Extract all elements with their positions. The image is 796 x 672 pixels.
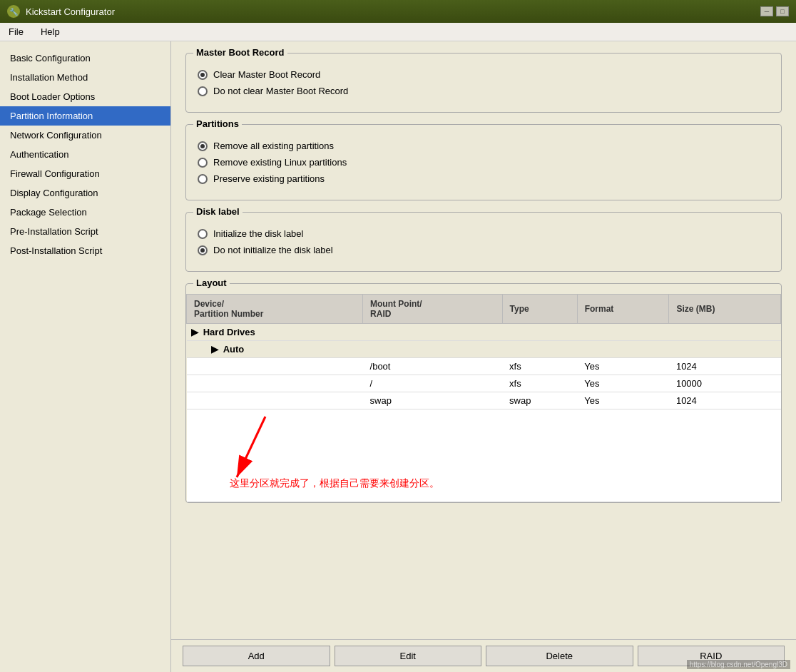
col-header-mount: Mount Point/ RAID <box>363 295 503 324</box>
sidebar-item-authentication[interactable]: Authentication <box>0 145 170 164</box>
col-header-format: Format <box>577 295 669 324</box>
cell-format-root: Yes <box>577 375 669 392</box>
layout-table: Device/ Partition Number Mount Point/ RA… <box>186 294 781 502</box>
disk-label-radio-initialize[interactable] <box>198 229 208 239</box>
group-hard-drives: ▶ Hard Drives <box>187 324 781 341</box>
table-row-swap: swap swap Yes 1024 <box>187 392 781 409</box>
sidebar-item-package-selection[interactable]: Package Selection <box>0 203 170 222</box>
layout-section: Layout Device/ Partition Number Mount Po… <box>185 283 782 503</box>
cell-format-swap: Yes <box>577 392 669 409</box>
annotation-cell: 这里分区就完成了，根据自己需要来创建分区。 <box>187 409 781 502</box>
partition-label-preserve: Preserve existing partitions <box>213 173 325 184</box>
disk-label-section: Disk label Initialize the disk label Do … <box>185 212 782 272</box>
sidebar-item-boot-loader[interactable]: Boot Loader Options <box>0 87 170 106</box>
maximize-button[interactable]: □ <box>776 6 789 16</box>
disk-label-title: Disk label <box>193 206 243 217</box>
window-controls: ─ □ <box>760 6 789 16</box>
sidebar-item-pre-install-script[interactable]: Pre-Installation Script <box>0 222 170 241</box>
cell-format-boot: Yes <box>577 358 669 375</box>
master-boot-record-title: Master Boot Record <box>193 47 287 58</box>
annotation-row: 这里分区就完成了，根据自己需要来创建分区。 <box>187 409 781 502</box>
content-area: Master Boot Record Clear Master Boot Rec… <box>171 41 796 639</box>
partition-label-remove-all: Remove all existing partitions <box>213 141 334 151</box>
partitions-section: Partitions Remove all existing partition… <box>185 124 782 200</box>
sidebar-item-network-config[interactable]: Network Configuration <box>0 126 170 145</box>
mbr-label-no-clear: Do not clear Master Boot Record <box>213 86 348 96</box>
cell-type-swap: swap <box>502 392 577 409</box>
col-header-type: Type <box>502 295 577 324</box>
layout-title: Layout <box>193 278 230 288</box>
sidebar-item-display-config[interactable]: Display Configuration <box>0 183 170 203</box>
cell-size-swap: 1024 <box>669 392 781 409</box>
sidebar-item-firewall-config[interactable]: Firewall Configuration <box>0 164 170 183</box>
main-window: Basic Configuration Installation Method … <box>0 41 796 672</box>
disk-label-radio-no-initialize[interactable] <box>198 245 208 255</box>
title-bar: 🔧 Kickstart Configurator ─ □ <box>0 0 796 23</box>
partition-radio-remove-linux[interactable] <box>198 158 208 168</box>
sidebar-item-basic-config[interactable]: Basic Configuration <box>0 49 170 68</box>
cell-type-boot: xfs <box>502 358 577 375</box>
cell-type-root: xfs <box>502 375 577 392</box>
partition-radio-preserve[interactable] <box>198 174 208 184</box>
edit-button[interactable]: Edit <box>335 646 482 666</box>
app-icon: 🔧 <box>7 5 20 18</box>
minimize-button[interactable]: ─ <box>760 6 773 16</box>
menu-help[interactable]: Help <box>38 25 63 39</box>
cell-size-boot: 1024 <box>669 358 781 375</box>
sidebar-item-partition-info[interactable]: Partition Information <box>0 106 170 126</box>
col-header-size: Size (MB) <box>669 295 781 324</box>
delete-button[interactable]: Delete <box>486 646 633 666</box>
cell-size-root: 10000 <box>669 375 781 392</box>
mbr-option-clear[interactable]: Clear Master Boot Record <box>198 69 770 80</box>
menu-file[interactable]: File <box>6 25 26 39</box>
master-boot-record-section: Master Boot Record Clear Master Boot Rec… <box>185 53 782 113</box>
disk-label-label-initialize: Initialize the disk label <box>213 228 303 239</box>
mbr-radio-no-clear[interactable] <box>198 86 208 96</box>
sidebar-item-post-install-script[interactable]: Post-Installation Script <box>0 241 170 260</box>
app-title: Kickstart Configurator <box>26 6 115 17</box>
annotation-text: 这里分区就完成了，根据自己需要来创建分区。 <box>230 477 439 490</box>
watermark: https://blog.csdn.net/Opengl3D <box>687 660 790 669</box>
cell-mount-boot: /boot <box>363 358 503 375</box>
cell-device-boot <box>187 358 363 375</box>
subgroup-auto-label: ▶ Auto <box>187 341 781 358</box>
cell-mount-swap: swap <box>363 392 503 409</box>
sidebar: Basic Configuration Installation Method … <box>0 41 171 672</box>
sidebar-item-installation-method[interactable]: Installation Method <box>0 68 170 87</box>
partitions-title: Partitions <box>193 118 242 129</box>
table-row-boot: /boot xfs Yes 1024 <box>187 358 781 375</box>
mbr-label-clear: Clear Master Boot Record <box>213 69 320 80</box>
mbr-radio-clear[interactable] <box>198 70 208 80</box>
group-hard-drives-label: ▶ Hard Drives <box>187 324 781 341</box>
title-bar-left: 🔧 Kickstart Configurator <box>7 5 115 18</box>
disk-label-option-no-initialize[interactable]: Do not initialize the disk label <box>198 245 770 255</box>
partition-option-preserve[interactable]: Preserve existing partitions <box>198 173 770 184</box>
cell-mount-root: / <box>363 375 503 392</box>
table-row-root: / xfs Yes 10000 <box>187 375 781 392</box>
add-button[interactable]: Add <box>183 646 330 666</box>
disk-label-option-initialize[interactable]: Initialize the disk label <box>198 228 770 239</box>
cell-device-root <box>187 375 363 392</box>
col-header-device: Device/ Partition Number <box>187 295 363 324</box>
cell-device-swap <box>187 392 363 409</box>
mbr-option-no-clear[interactable]: Do not clear Master Boot Record <box>198 86 770 96</box>
partition-radio-remove-all[interactable] <box>198 141 208 151</box>
menu-bar: File Help <box>0 23 796 41</box>
svg-line-1 <box>237 417 265 477</box>
partition-label-remove-linux: Remove existing Linux partitions <box>213 157 347 168</box>
partition-option-remove-linux[interactable]: Remove existing Linux partitions <box>198 157 770 168</box>
partition-option-remove-all[interactable]: Remove all existing partitions <box>198 141 770 151</box>
subgroup-auto: ▶ Auto <box>187 341 781 358</box>
disk-label-label-no-initialize: Do not initialize the disk label <box>213 245 333 255</box>
